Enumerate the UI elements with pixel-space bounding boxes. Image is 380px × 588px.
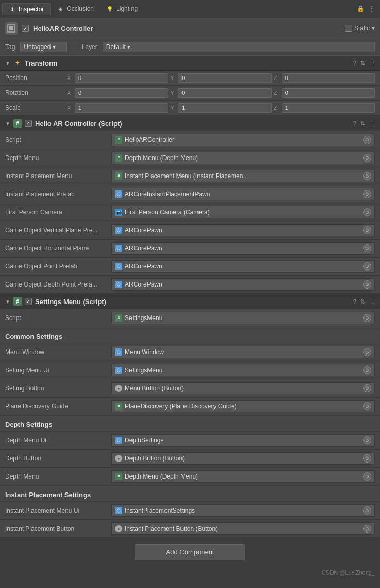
helloar-row-2: Instant Placement Prefab ⬡ ARCoreInstant… [0,185,380,203]
pos-y-input[interactable] [178,73,271,83]
settings-script-value[interactable]: # SettingsMenu ⊙ [111,312,375,324]
row4-pick[interactable]: ⊙ [363,226,371,234]
settings-arrow: ▼ [5,299,10,305]
row2-text: ARCoreInstantPlacementPawn [125,190,360,198]
static-dropdown-icon[interactable]: ▾ [372,25,375,32]
tab-bar: ℹ Inspector ◉ Occlusion 💡 Lighting 🔒 ⋮ [0,0,380,18]
instant-row-0-value[interactable]: ⬡ InstantPlacementSettings ⊙ [111,504,375,517]
helloar-settings-icon[interactable]: ⇅ [360,120,365,127]
depth-row-1: Depth Button ● Depth Button (Button) ⊙ [0,450,380,468]
transform-settings-icon[interactable]: ⇅ [360,60,365,67]
lock-icon[interactable]: 🔒 [357,5,365,12]
depth-row-2-value[interactable]: # Depth Menu (Depth Menu) ⊙ [111,470,375,483]
rot-y-input[interactable] [178,88,271,98]
more-icon[interactable]: ⋮ [369,5,375,12]
depth-row-0-label: Depth Menu Ui [5,437,108,444]
transform-actions: ? ⇅ ⋮ [353,60,375,67]
common-row-0-value[interactable]: ⬡ Menu Window ⊙ [111,346,375,358]
row4-text: ARCorePawn [125,227,360,234]
rot-z-input[interactable] [282,88,375,98]
scale-row: Scale X Y Z [0,101,380,116]
row5-pick[interactable]: ⊙ [363,244,371,252]
drow0-pick[interactable]: ⊙ [363,436,371,444]
helloar-checkbox[interactable]: ✓ [25,120,32,127]
common-row-3-value[interactable]: # PlaneDiscovery (Plane Discovery Guide)… [111,400,375,412]
scale-x-input[interactable] [75,103,168,113]
helloar-row-5-value[interactable]: ⬡ ARCorePawn ⊙ [111,242,375,255]
transform-more-icon[interactable]: ⋮ [369,60,375,67]
helloar-row-4-value[interactable]: ⬡ ARCorePawn ⊙ [111,224,375,236]
add-component-button[interactable]: Add Component [135,544,246,560]
common-row-1-value[interactable]: ⬡ SettingsMenu ⊙ [111,364,375,376]
row7-pick[interactable]: ⊙ [363,280,371,289]
irow0-pick[interactable]: ⊙ [363,506,371,515]
helloar-script-value[interactable]: # HelloARController ⊙ [111,134,375,146]
settings-more-icon[interactable]: ⋮ [369,298,375,305]
helloar-row-3-value[interactable]: 📷 First Person Camera (Camera) ⊙ [111,206,375,218]
crow2-pick[interactable]: ⊙ [363,384,371,392]
helloar-row-0: Depth Menu # Depth Menu (Depth Menu) ⊙ [0,149,380,167]
scale-z-input[interactable] [282,103,375,113]
scale-xyz: X Y Z [67,103,375,113]
settings-script-label: Script [5,314,108,322]
irow1-pick[interactable]: ⊙ [363,525,371,533]
static-toggle[interactable]: Static ▾ [345,25,375,32]
tab-lighting[interactable]: 💡 Lighting [100,3,144,14]
row1-pick[interactable]: ⊙ [363,172,371,180]
tab-occlusion[interactable]: ◉ Occlusion [51,3,100,14]
rot-x-input[interactable] [75,88,168,98]
instant-settings-header: Instant Placement Settings [0,486,380,502]
helloar-row-0-value[interactable]: # Depth Menu (Depth Menu) ⊙ [111,152,375,164]
helloar-script-pick[interactable]: ⊙ [363,136,371,144]
depth-row-0-value[interactable]: ⬡ DepthSettings ⊙ [111,434,375,447]
gameobject-checkbox[interactable]: ✓ [22,25,29,32]
settings-section-header[interactable]: ▼ # ✓ Settings Menu (Script) ? ⇅ ⋮ [0,294,380,309]
helloar-section-header[interactable]: ▼ # ✓ Hello AR Controller (Script) ? ⇅ ⋮ [0,116,380,131]
static-checkbox[interactable] [345,25,352,32]
transform-section-header[interactable]: ▼ ✦ Transform ? ⇅ ⋮ [0,55,380,71]
row0-pick[interactable]: ⊙ [363,154,371,162]
depth-row-1-value[interactable]: ● Depth Button (Button) ⊙ [111,452,375,465]
helloar-row-7-value[interactable]: ⬡ ARCorePawn ⊙ [111,278,375,291]
crow2-icon: ● [115,385,122,392]
tab-inspector[interactable]: ℹ Inspector [2,3,51,15]
common-settings-label: Common Settings [5,332,62,340]
row3-icon: 📷 [115,209,122,216]
helloar-more-icon[interactable]: ⋮ [369,120,375,127]
crow2-text: Menu Button (Button) [125,385,360,392]
tag-dropdown[interactable]: Untagged ▾ [20,42,66,52]
tab-inspector-label: Inspector [19,6,44,13]
row3-text: First Person Camera (Camera) [125,209,360,216]
settings-settings-icon[interactable]: ⇅ [360,298,365,305]
settings-script-pick[interactable]: ⊙ [363,314,371,322]
scale-y-input[interactable] [178,103,271,113]
helloar-row-6-value[interactable]: ⬡ ARCorePawn ⊙ [111,260,375,273]
pos-x-input[interactable] [75,73,168,83]
row6-pick[interactable]: ⊙ [363,262,371,271]
crow3-icon: # [115,403,122,410]
drow2-pick[interactable]: ⊙ [363,472,371,481]
crow1-pick[interactable]: ⊙ [363,366,371,374]
crow0-pick[interactable]: ⊙ [363,348,371,356]
rotation-label: Rotation [5,89,67,97]
row3-pick[interactable]: ⊙ [363,208,371,216]
drow1-pick[interactable]: ⊙ [363,454,371,463]
row2-pick[interactable]: ⊙ [363,190,371,198]
crow3-pick[interactable]: ⊙ [363,402,371,410]
layer-value: Default [106,43,126,51]
common-row-2-value[interactable]: ● Menu Button (Button) ⊙ [111,382,375,394]
svg-rect-1 [9,26,13,30]
helloar-row-2-value[interactable]: ⬡ ARCoreInstantPlacementPawn ⊙ [111,188,375,200]
settings-help-icon[interactable]: ? [353,298,356,305]
crow0-icon: ⬡ [115,348,122,356]
helloar-row-1-value[interactable]: # Instant Placement Menu (Instant Placem… [111,170,375,182]
pos-z-input[interactable] [282,73,375,83]
settings-script-hash-icon: # [115,314,122,322]
settings-checkbox[interactable]: ✓ [25,298,32,305]
settings-hash-icon: # [13,297,22,306]
depth-row-2-label: Depth Menu [5,473,108,480]
layer-dropdown[interactable]: Default ▾ [103,42,375,52]
transform-help-icon[interactable]: ? [353,60,356,67]
instant-row-1-value[interactable]: ● Instant Placement Button (Button) ⊙ [111,522,375,535]
helloar-help-icon[interactable]: ? [353,120,356,127]
